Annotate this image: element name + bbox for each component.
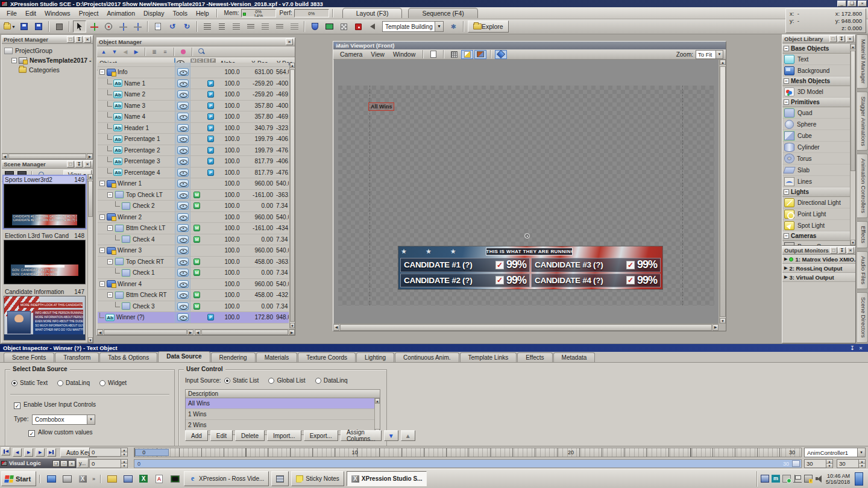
redo-button[interactable]: ↻ [180,20,193,33]
visibility-eye-icon[interactable] [177,313,189,321]
visibility-eye-icon[interactable] [177,246,189,254]
visibility-eye-icon[interactable] [177,180,189,187]
matrox-tray-icon[interactable]: m [772,475,780,483]
object-row[interactable]: Check 4M100.00.007.34 [98,234,289,246]
object-row[interactable]: AbName 2P100.0-259.20-469.9 [98,89,289,101]
object-row[interactable]: AbName 1P100.0-259.20-400.9 [98,78,289,90]
go-end-button[interactable]: ▶ [47,448,56,457]
excel-icon[interactable]: X [136,472,151,486]
pin-icon[interactable]: ↧ [838,247,846,254]
scene-item[interactable]: Candidate Information147MORE INDEPTH LOO… [2,287,87,342]
close-icon[interactable]: × [84,36,91,43]
align-right-button[interactable] [230,20,243,33]
object-row[interactable]: −Bttm Check LTM100.0-161.00-434.0 [98,223,289,234]
expand-arrow-icon[interactable]: ▶ [784,257,787,261]
object-library-vscroll[interactable]: ▲▼ [850,44,855,245]
object-row[interactable]: AbPercentage 3P100.0817.79-406.9 [98,156,289,167]
ruler-selection[interactable] [135,449,169,456]
viewport-hscroll[interactable]: ◀▶ [333,324,719,331]
move-right-icon[interactable]: ▶ [131,47,142,57]
object-manager-hscroll[interactable]: ◀▶ ◀▶ [97,329,295,335]
selected-text-object[interactable]: All Wins [368,102,394,111]
tree-expander-icon[interactable]: − [11,58,17,63]
stop-render-button[interactable] [52,20,66,33]
page-properties-button[interactable] [151,20,165,33]
align-center-button[interactable] [215,20,228,33]
type-combobox[interactable]: Combobox▼ [32,414,95,425]
visibility-eye-icon[interactable] [177,157,189,165]
more-chevron-icon[interactable]: » [90,476,97,482]
alpha-checker-button[interactable] [337,20,350,33]
preview-monitor-button[interactable] [322,20,336,33]
step-back-button[interactable]: ◀ [13,448,22,457]
add-button[interactable]: Add [185,430,208,441]
distribute-button[interactable] [288,20,301,33]
object-row[interactable]: −Bttm Check RTM100.0458.00-432.0 [98,290,289,301]
engine-settings-button[interactable]: ✱ [447,20,460,33]
xpression-launcher-icon[interactable]: X [75,472,90,486]
export--button[interactable]: Export... [304,430,338,441]
move-down-button[interactable]: ▼ [384,430,398,441]
timeline-ruler[interactable]: 0102030 [134,448,802,457]
edit-button[interactable]: Edit [210,430,233,441]
side-tab-material-manager[interactable]: Material Manager [857,34,868,89]
close-icon[interactable]: × [846,36,854,42]
visibility-eye-icon[interactable] [177,302,189,310]
object-row[interactable]: −Top Check RTM100.0458.00-363.0 [98,257,289,268]
document-tray-icon[interactable] [761,475,769,483]
candidate-banner-graphic[interactable]: ★ ★ ★ THIS IS WHAT THEY ARE RUNNING FOR … [398,246,662,289]
move-left-icon[interactable]: ◀ [120,47,131,57]
pin-icon[interactable]: ↧ [838,36,845,42]
inspector-tab-continuous-anim-[interactable]: Continuous Anim. [395,352,459,362]
start-button[interactable]: Start [1,471,36,486]
usb-tray-icon[interactable] [782,475,791,483]
visibility-eye-icon[interactable] [177,202,189,210]
expand-all-icon[interactable]: ≣ [149,47,160,57]
tree-expander-icon[interactable]: − [107,259,113,264]
save-button[interactable] [17,20,31,33]
visibility-eye-icon[interactable] [177,291,189,299]
save-all-button[interactable] [32,20,45,33]
track-thumb[interactable] [792,460,800,467]
pin-icon[interactable]: ↧ [75,161,83,167]
collapse-icon[interactable]: − [784,189,789,195]
safe-title-button[interactable] [308,20,321,33]
visibility-eye-icon[interactable] [177,80,189,87]
tab-sequence[interactable]: Sequence (F4) [408,8,477,18]
menu-file[interactable]: File [2,8,21,18]
library-item-text[interactable]: Text [782,54,850,65]
open-project-button[interactable]: ▼ [3,20,16,33]
texture-view-icon[interactable] [474,50,486,59]
inspector-tab-rendering[interactable]: Rendering [211,352,256,362]
isolate-icon[interactable] [178,47,189,57]
tree-expander-icon[interactable]: − [99,281,105,287]
visibility-eye-icon[interactable] [177,146,189,154]
object-row[interactable]: −Winner 2100.0960.00540.0 [98,212,289,224]
computer-icon[interactable] [121,472,135,486]
inspector-tab-scene-fonts[interactable]: Scene Fonts [4,352,54,362]
expand-arrow-icon[interactable]: ▶ [784,275,787,280]
tree-expander-icon[interactable]: − [107,192,113,198]
library-section-header[interactable]: −Base Objects [782,44,850,54]
tree-expander-icon[interactable]: − [99,214,105,220]
close-icon[interactable]: × [857,344,865,352]
inspector-tab-tabs-options[interactable]: Tabs & Options [99,352,157,362]
minimize-button[interactable]: _ [837,1,846,7]
library-item-directional-light[interactable]: Directional Light [782,197,850,208]
inspector-tab-lighting[interactable]: Lighting [356,352,394,362]
task-button[interactable] [271,471,289,486]
object-row[interactable]: −Info100.0631.00564.0 [98,67,289,78]
visibility-eye-icon[interactable] [177,191,189,199]
menu-help[interactable]: Help [192,8,213,18]
library-item-torus[interactable]: Torus [782,153,850,164]
enable-user-input-checkbox[interactable]: ✓Enable User Input Controls [14,401,96,409]
explore-button[interactable]: Explore [468,20,509,33]
folder-icon[interactable] [105,472,119,486]
animation-track[interactable]: 0 30 [134,459,802,468]
radio-datalinq[interactable]: DataLinq [315,377,348,384]
pin-icon[interactable]: ↧ [848,344,857,352]
visibility-eye-icon[interactable] [177,269,189,277]
object-row[interactable]: AbPercentage 2P100.0199.79-476.9 [98,145,289,157]
console-icon[interactable] [168,472,182,486]
object-row[interactable]: AbName 4P100.0357.80-469.9 [98,111,289,123]
